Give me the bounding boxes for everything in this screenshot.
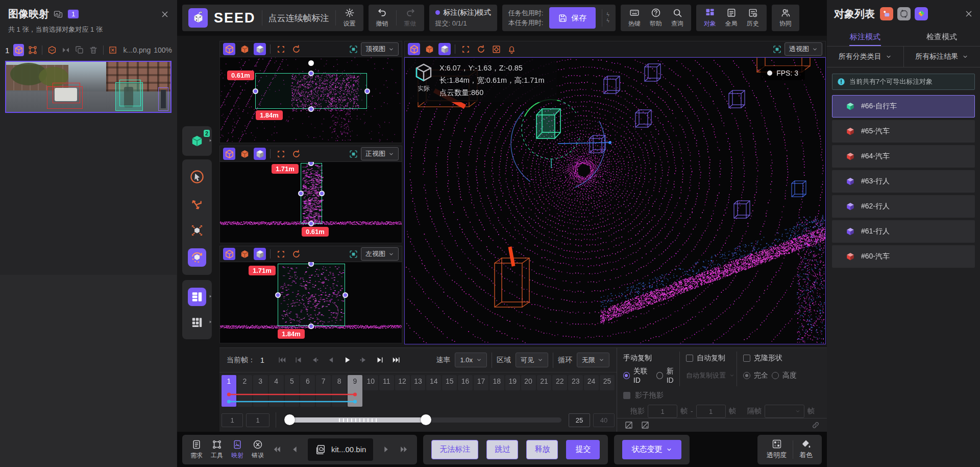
clone-shape-option[interactable]: 克隆形状 — [737, 352, 827, 365]
rotate-tool[interactable] — [188, 248, 206, 267]
select-tool[interactable] — [188, 168, 206, 186]
slider-knob-right[interactable] — [421, 414, 431, 425]
front-view-canvas-area[interactable]: 1.71m 0.61m — [219, 162, 402, 243]
save-button[interactable]: 保存 — [549, 7, 596, 29]
object-list-item[interactable]: #65-汽车 — [832, 120, 975, 143]
bell-icon[interactable] — [505, 43, 518, 55]
height-radio[interactable] — [772, 372, 779, 379]
frame-range-slider[interactable] — [282, 413, 566, 427]
objects-panel-button[interactable]: 对象 — [702, 8, 718, 28]
frame-cell[interactable]: 7 — [316, 375, 331, 407]
new-id-radio[interactable] — [656, 372, 663, 379]
cube-duo-icon[interactable] — [254, 43, 266, 55]
submit-button[interactable]: 提交 — [566, 440, 600, 459]
layout-grid-tool[interactable] — [188, 313, 206, 332]
expand-icon[interactable] — [275, 43, 287, 55]
bbox-handle-bottom[interactable] — [308, 323, 314, 329]
object-cube-tool[interactable]: 2 — [188, 132, 206, 150]
focus-icon[interactable] — [349, 45, 358, 54]
cube-tool-icon[interactable] — [13, 44, 24, 56]
range-start-input[interactable]: 1 — [222, 413, 243, 427]
frame-cell[interactable]: 16 — [458, 375, 473, 390]
frame-cell[interactable]: 21 — [537, 375, 552, 390]
octagon-tool-icon[interactable] — [897, 7, 911, 20]
auto-copy-settings[interactable]: 自动复制设置 — [679, 365, 737, 386]
rotate-icon[interactable] — [290, 148, 302, 160]
close-icon[interactable] — [965, 10, 973, 18]
box-in-box-icon[interactable] — [490, 43, 502, 55]
next-task-icon[interactable] — [381, 445, 391, 454]
frame-cell[interactable]: 15 — [442, 375, 457, 390]
frame-cell[interactable]: 10 — [363, 375, 378, 390]
requirement-button[interactable]: 需求 — [190, 439, 203, 460]
last-frame-button[interactable] — [392, 356, 401, 364]
top-view-select[interactable]: 顶视图 — [361, 42, 399, 56]
result-filter[interactable]: 所有标注结果 — [903, 46, 980, 67]
cube-outline-icon[interactable] — [223, 148, 235, 160]
slider-track[interactable] — [286, 417, 561, 423]
prev-task-fast-icon[interactable] — [272, 445, 282, 454]
link-icon[interactable] — [812, 421, 820, 429]
colorize-button[interactable]: 着色 — [793, 439, 819, 460]
frame-cell[interactable]: 8 — [332, 375, 347, 407]
left-view-select[interactable]: 左视图 — [361, 247, 399, 261]
prev-key-button[interactable] — [294, 356, 303, 364]
rotate-icon[interactable] — [290, 248, 302, 260]
rate-select[interactable]: 1.0x — [455, 353, 487, 367]
clone-shape-checkbox[interactable] — [743, 355, 750, 362]
bbox-handle-bottom[interactable] — [308, 106, 314, 112]
help-button[interactable]: 帮助 — [648, 8, 664, 28]
left-view-canvas-area[interactable]: 1.71m 1.84m — [219, 262, 402, 343]
query-button[interactable]: 查询 — [670, 8, 685, 28]
prev-dot-button[interactable] — [310, 356, 319, 364]
frame-cell[interactable]: 14 — [426, 375, 441, 390]
skip-button[interactable]: 跳过 — [486, 440, 518, 459]
next-task-fast-icon[interactable] — [399, 445, 409, 454]
frame-cell[interactable]: 13 — [411, 375, 426, 390]
next-dot-button[interactable] — [359, 356, 368, 364]
rotate-icon[interactable] — [475, 43, 487, 55]
frame-cell[interactable]: 25 — [600, 375, 615, 390]
trail-before-input[interactable]: 1 — [648, 405, 677, 418]
hotkeys-button[interactable]: 热键 — [627, 8, 642, 28]
focus-icon[interactable] — [773, 45, 781, 54]
rect-select-icon[interactable] — [27, 44, 38, 56]
frame-cell[interactable]: 6 — [300, 375, 315, 407]
cube-outline-icon[interactable] — [408, 43, 420, 55]
shape-tool-icon[interactable] — [880, 7, 893, 20]
cube-solid-icon[interactable] — [238, 43, 251, 55]
frame-cell[interactable]: 22 — [552, 375, 567, 390]
collapse-handle[interactable]: ϟϟ — [602, 9, 609, 27]
status-change-button[interactable]: 状态变更 — [622, 440, 681, 459]
tools-button[interactable]: 工具 — [211, 439, 223, 460]
frame-cell[interactable]: 17 — [474, 375, 488, 390]
bbox-handle-left[interactable] — [298, 191, 304, 196]
bbox-handle-right[interactable] — [342, 292, 348, 298]
tab-check-mode[interactable]: 检查模式 — [903, 28, 980, 46]
trail-after-input[interactable]: 1 — [696, 405, 726, 418]
auto-copy-option[interactable]: 自动复制 — [679, 352, 737, 365]
undo-button[interactable]: 撤销 — [375, 8, 390, 28]
prev-frame-button[interactable] — [327, 356, 335, 364]
object-list-item[interactable]: #64-汽车 — [832, 145, 975, 168]
frame-cell[interactable]: 5 — [285, 375, 300, 407]
frame-cell[interactable]: 9 — [348, 375, 362, 407]
category-filter[interactable]: 所有分类类目 — [827, 46, 903, 67]
cube-solid-icon[interactable] — [423, 43, 435, 55]
auto-copy-checkbox[interactable] — [686, 355, 693, 362]
settings-button[interactable]: 设置 — [342, 8, 357, 28]
mapping-button[interactable]: 映射 — [231, 439, 243, 460]
bbox-handle-left[interactable] — [253, 88, 258, 94]
rotation-handle[interactable] — [308, 60, 314, 66]
range-start2-input[interactable]: 1 — [246, 413, 270, 427]
frame-cell[interactable]: 19 — [505, 375, 520, 390]
frame-cell[interactable]: 2 — [237, 375, 252, 407]
first-frame-button[interactable] — [278, 356, 286, 364]
link-id-radio[interactable] — [623, 372, 630, 379]
tab-annotate-mode[interactable]: 标注模式 — [827, 28, 903, 46]
prev-task-icon[interactable] — [290, 445, 300, 454]
cube-duo-icon[interactable] — [438, 43, 451, 55]
bbox-handle-top[interactable] — [308, 71, 314, 76]
frame-cell[interactable]: 20 — [521, 375, 536, 390]
cube-outline-icon[interactable] — [223, 248, 235, 260]
